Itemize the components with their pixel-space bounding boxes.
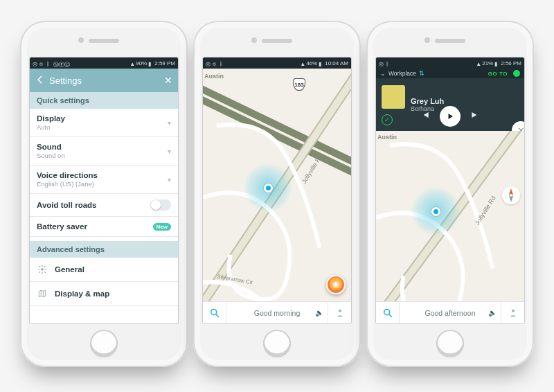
compass-button[interactable] <box>502 186 520 204</box>
go-to-button[interactable]: GO TO <box>488 71 508 77</box>
spotify-icon[interactable] <box>513 70 520 77</box>
row-toll-title: Avoid toll roads <box>37 201 150 209</box>
status-time: 2:59 PM <box>154 60 175 66</box>
status-right: ▲ 90% ▮ 2:59 PM <box>129 60 175 66</box>
city-label: Austin <box>377 134 397 141</box>
close-icon[interactable]: ✕ <box>164 75 172 86</box>
status-bar: ◎⎋ᛒⓃⒻⒸ ▲ 90% ▮ 2:59 PM <box>30 57 178 69</box>
status-left: ◎ᛒ <box>379 61 391 66</box>
greeting-text: Good afternoon <box>425 309 476 317</box>
greeting-bar[interactable]: Good afternoon 🔈 <box>400 302 501 323</box>
map-view[interactable]: Austin Jollyville Rd Good afternoon 🔈 <box>376 131 524 323</box>
city-label: Austin <box>204 73 224 80</box>
gear-icon <box>37 265 48 274</box>
next-track-icon[interactable] <box>470 110 480 123</box>
chevron-down-icon: ▾ <box>168 119 171 127</box>
status-left: ◎⎋ᛒⓃⒻⒸ <box>33 61 58 66</box>
phone-camera <box>251 37 257 43</box>
status-bar: ◎ᛒ ▲ 21% ▮ 2:56 PM <box>376 57 524 69</box>
status-time: 2:56 PM <box>501 60 521 66</box>
row-general[interactable]: General <box>30 258 178 282</box>
sync-icon: ⇅ <box>419 70 425 77</box>
phone-settings: ◎⎋ᛒⓃⒻⒸ ▲ 90% ▮ 2:59 PM Settings ✕ Quick … <box>20 21 188 367</box>
row-display-map[interactable]: Display & map <box>30 282 178 306</box>
screen: ◎ᛒ ▲ 21% ▮ 2:56 PM ⌄ Workplace ⇅ GO TO <box>375 57 525 324</box>
row-toll[interactable]: Avoid toll roads <box>30 194 178 217</box>
status-right: ▲ 21% ▮ 2:56 PM <box>476 60 521 66</box>
battery-text: 21% <box>482 60 493 66</box>
phone-earpiece <box>435 39 465 43</box>
report-button[interactable] <box>326 275 346 294</box>
phone-earpiece <box>262 39 292 43</box>
saved-check-icon[interactable]: ✓ <box>382 114 393 125</box>
svg-point-2 <box>339 309 341 312</box>
phone-map-player: ◎ᛒ ▲ 21% ▮ 2:56 PM ⌄ Workplace ⇅ GO TO <box>366 21 534 367</box>
location-dot <box>264 184 273 193</box>
quick-settings-header: Quick settings <box>30 92 178 109</box>
row-battery-title: Battery saver <box>37 222 153 231</box>
toll-toggle[interactable] <box>150 199 171 211</box>
sound-icon[interactable]: 🔈 <box>315 309 323 317</box>
row-battery-saver[interactable]: Battery saver New <box>30 217 178 237</box>
track-title: Grey Luh <box>411 97 444 105</box>
greeting-text: Good morning <box>254 309 301 317</box>
home-button[interactable] <box>436 330 464 357</box>
phone-camera <box>78 37 84 43</box>
carpool-button[interactable] <box>501 302 524 323</box>
settings-header: Settings ✕ <box>30 69 178 92</box>
advanced-settings-header: Advanced settings <box>30 241 178 258</box>
new-badge: New <box>153 223 171 231</box>
map-view[interactable]: Austin Jollyville Rd Silverarrow Cir 183… <box>203 69 351 323</box>
back-icon[interactable] <box>35 75 45 87</box>
row-voice-title: Voice directions <box>37 171 163 179</box>
row-voice[interactable]: Voice directions English (US) (Jane) ▾ <box>30 166 178 194</box>
destination-label: Workplace <box>388 70 416 77</box>
music-player: Grey Luh Berhana ✓ ✕ <box>376 78 524 131</box>
status-time: 10:04 AM <box>325 60 348 66</box>
bottom-bar: Good afternoon 🔈 <box>376 301 524 323</box>
chevron-down-icon: ▾ <box>168 176 171 184</box>
status-right: ▲ 46% ▮ 10:04 AM <box>300 60 348 66</box>
chevron-down-icon: ▾ <box>168 148 171 155</box>
destination-banner[interactable]: ⌄ Workplace ⇅ GO TO <box>376 69 524 78</box>
home-button[interactable] <box>90 330 118 357</box>
screen: ◎⎋ᛒ ▲ 46% ▮ 10:04 AM <box>202 57 352 324</box>
phone-camera <box>425 37 430 43</box>
map-icon <box>37 289 48 299</box>
row-sound-sub: Sound on <box>37 152 163 159</box>
phone-map-morning: ◎⎋ᛒ ▲ 46% ▮ 10:04 AM <box>193 21 361 367</box>
row-voice-sub: English (US) (Jane) <box>37 180 163 188</box>
greeting-bar[interactable]: Good morning 🔈 <box>226 302 328 323</box>
sound-icon[interactable]: 🔈 <box>488 309 497 317</box>
svg-point-4 <box>512 309 515 312</box>
home-button[interactable] <box>263 330 291 357</box>
status-left: ◎⎋ᛒ <box>206 61 224 66</box>
svg-point-0 <box>41 268 44 271</box>
carpool-button[interactable] <box>328 302 351 323</box>
settings-title: Settings <box>49 75 82 86</box>
prev-track-icon[interactable] <box>420 110 430 123</box>
row-display[interactable]: Display Auto ▾ <box>30 109 178 137</box>
battery-text: 90% <box>136 60 147 66</box>
status-bar: ◎⎋ᛒ ▲ 46% ▮ 10:04 AM <box>203 57 351 69</box>
location-dot <box>431 207 440 216</box>
row-display-title: Display <box>37 114 163 123</box>
battery-text: 46% <box>306 60 317 66</box>
row-general-label: General <box>55 265 84 274</box>
play-button[interactable] <box>440 106 461 127</box>
screen: ◎⎋ᛒⓃⒻⒸ ▲ 90% ▮ 2:59 PM Settings ✕ Quick … <box>29 57 179 324</box>
phone-earpiece <box>89 39 119 43</box>
search-button[interactable] <box>203 302 226 323</box>
chevron-down-icon: ⌄ <box>380 70 386 77</box>
row-display-map-label: Display & map <box>55 289 109 298</box>
row-sound[interactable]: Sound Sound on ▾ <box>30 137 178 166</box>
album-art <box>382 85 405 109</box>
row-sound-title: Sound <box>37 143 163 151</box>
bottom-bar: Good morning 🔈 <box>203 301 351 323</box>
row-display-sub: Auto <box>37 123 163 131</box>
search-button[interactable] <box>376 302 400 323</box>
